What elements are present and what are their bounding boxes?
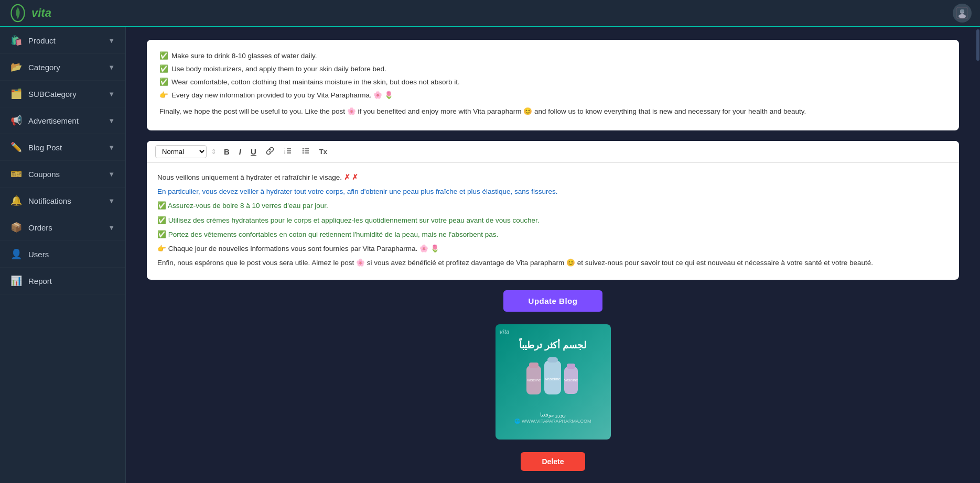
editor-line-1: Nous veillons uniquement à hydrater et r… bbox=[157, 171, 949, 184]
italic-button[interactable]: I bbox=[236, 146, 244, 158]
advertisement-icon: 📢 bbox=[10, 115, 22, 126]
svg-text:3: 3 bbox=[284, 151, 286, 154]
product-logo: vita bbox=[500, 328, 510, 335]
product-footer-ar: زورو موقعنا bbox=[514, 412, 591, 418]
sidebar-item-label: Advertisement bbox=[28, 116, 79, 125]
chevron-down-icon: ▼ bbox=[108, 63, 115, 71]
chevron-down-icon: ▼ bbox=[108, 170, 115, 178]
chevron-down-icon: ▼ bbox=[108, 117, 115, 125]
svg-rect-22 bbox=[547, 357, 558, 363]
sidebar-item-coupons[interactable]: 🎫 Coupons ▼ bbox=[0, 161, 125, 188]
subcategory-icon: 🗂️ bbox=[10, 88, 22, 100]
update-blog-button[interactable]: Update Blog bbox=[503, 290, 603, 312]
sidebar-item-subcategory[interactable]: 🗂️ SUBCategory ▼ bbox=[0, 81, 125, 107]
list-item: ✅ Wear comfortable, cotton clothing that… bbox=[159, 76, 946, 89]
svg-text:Vaseline: Vaseline bbox=[545, 377, 561, 381]
product-image: vita لجسم أكثر ترطيباً Vaseline Vaseline bbox=[496, 324, 611, 440]
list-item: ✅ Use body moisturizers, and apply them … bbox=[159, 63, 946, 75]
list-item: ✅ Make sure to drink 8-10 glasses of wat… bbox=[159, 50, 946, 62]
svg-point-12 bbox=[303, 148, 304, 149]
editor-line-7: Enfin, nous espérons que le post vous se… bbox=[157, 257, 949, 269]
topbar-right bbox=[953, 4, 972, 23]
blog-post-icon: ✏️ bbox=[10, 141, 22, 153]
svg-rect-25 bbox=[567, 364, 575, 369]
underline-button[interactable]: U bbox=[247, 146, 260, 158]
sidebar-item-orders[interactable]: 📦 Orders ▼ bbox=[0, 214, 125, 241]
sidebar-item-label: Category bbox=[28, 63, 60, 72]
scrollbar-thumb[interactable] bbox=[976, 29, 979, 61]
logo-icon bbox=[8, 4, 27, 23]
editor-toolbar: Normal Heading 1 Heading 2 Heading 3 ⇕ B… bbox=[147, 141, 959, 163]
coupons-icon: 🎫 bbox=[10, 168, 22, 180]
svg-text:Vaseline: Vaseline bbox=[527, 378, 541, 382]
sidebar-item-label: SUBCategory bbox=[28, 90, 77, 98]
cross-icon: ✗ ✗ bbox=[344, 173, 359, 181]
svg-rect-19 bbox=[529, 363, 539, 368]
sidebar-item-blog-post[interactable]: ✏️ Blog Post ▼ bbox=[0, 134, 125, 161]
sidebar-item-advertisement[interactable]: 📢 Advertisement ▼ bbox=[0, 107, 125, 134]
top-card-footer: Finally, we hope the post will be useful… bbox=[159, 106, 946, 118]
list-item-text: Make sure to drink 8-10 glasses of water… bbox=[171, 50, 317, 62]
svg-point-14 bbox=[303, 152, 304, 153]
avatar[interactable] bbox=[953, 4, 972, 23]
report-icon: 📊 bbox=[10, 275, 22, 287]
editor-card: Normal Heading 1 Heading 2 Heading 3 ⇕ B… bbox=[147, 141, 959, 280]
list-item-text: Every day new information provided to yo… bbox=[171, 90, 393, 102]
list-item-text: Wear comfortable, cotton clothing that m… bbox=[171, 76, 460, 89]
svg-point-3 bbox=[959, 14, 966, 18]
sidebar-item-label: Blog Post bbox=[28, 143, 62, 152]
sidebar-item-label: Orders bbox=[28, 223, 52, 232]
sidebar-item-category[interactable]: 📂 Category ▼ bbox=[0, 54, 125, 81]
chevron-down-icon: ▼ bbox=[108, 144, 115, 151]
product-title-ar: لجسم أكثر ترطيباً bbox=[514, 339, 591, 351]
svg-point-13 bbox=[303, 150, 304, 151]
style-select[interactable]: Normal Heading 1 Heading 2 Heading 3 bbox=[155, 145, 207, 158]
list-item-text: Use body moisturizers, and apply them to… bbox=[171, 63, 386, 75]
clear-format-button[interactable]: Tx bbox=[316, 146, 330, 157]
sidebar-item-label: Report bbox=[28, 277, 52, 286]
notifications-icon: 🔔 bbox=[10, 195, 22, 206]
product-bottles: Vaseline Vaseline Vaseline bbox=[514, 355, 591, 409]
editor-line-6: 👉 Chaque jour de nouvelles informations … bbox=[157, 243, 949, 255]
logo: vita bbox=[8, 4, 51, 23]
product-url: 🌐 WWW.VITAPARAPHARMA.COM bbox=[514, 419, 591, 424]
editor-line-4: ✅ Utilisez des crèmes hydratantes pour l… bbox=[157, 214, 949, 227]
top-content-card: ✅ Make sure to drink 8-10 glasses of wat… bbox=[147, 40, 959, 130]
sidebar-item-label: Product bbox=[28, 36, 56, 45]
scrollbar[interactable] bbox=[976, 27, 980, 483]
editor-line-5: ✅ Portez des vêtements confortables en c… bbox=[157, 228, 949, 241]
sidebar-item-label: Notifications bbox=[28, 196, 71, 205]
link-button[interactable] bbox=[263, 145, 277, 158]
chevron-down-icon: ▼ bbox=[108, 37, 115, 45]
chevron-down-icon: ▼ bbox=[108, 224, 115, 232]
list-item: 👉 Every day new information provided to … bbox=[159, 90, 946, 102]
sidebar-item-label: Users bbox=[28, 250, 49, 259]
delete-button[interactable]: Delete bbox=[521, 452, 585, 471]
sidebar-item-product[interactable]: 🛍️ Product ▼ bbox=[0, 27, 125, 54]
product-image-wrapper: vita لجسم أكثر ترطيباً Vaseline Vaseline bbox=[147, 324, 959, 440]
sidebar-item-users[interactable]: 👤 Users bbox=[0, 241, 125, 268]
topbar: vita bbox=[0, 0, 980, 27]
main-content: ✅ Make sure to drink 8-10 glasses of wat… bbox=[126, 27, 980, 483]
editor-line-2: En particulier, vous devez veiller à hyd… bbox=[157, 185, 949, 198]
sidebar-item-notifications[interactable]: 🔔 Notifications ▼ bbox=[0, 188, 125, 214]
bold-button[interactable]: B bbox=[221, 146, 233, 158]
logo-text: vita bbox=[31, 6, 51, 20]
users-icon: 👤 bbox=[10, 248, 22, 260]
chevron-down-icon: ▼ bbox=[108, 197, 115, 205]
unordered-list-button[interactable] bbox=[298, 145, 313, 158]
editor-body[interactable]: Nous veillons uniquement à hydrater et r… bbox=[147, 163, 959, 280]
svg-text:Vaseline: Vaseline bbox=[564, 378, 578, 382]
chevron-down-icon: ▼ bbox=[108, 90, 115, 98]
sidebar: 🛍️ Product ▼ 📂 Category ▼ 🗂️ SUBCategory… bbox=[0, 27, 126, 483]
ordered-list-button[interactable]: 1 2 3 bbox=[281, 145, 295, 158]
sidebar-item-report[interactable]: 📊 Report bbox=[0, 268, 125, 294]
svg-rect-4 bbox=[960, 9, 964, 13]
orders-icon: 📦 bbox=[10, 222, 22, 233]
sidebar-item-label: Coupons bbox=[28, 170, 60, 179]
editor-line-3: ✅ Assurez-vous de boire 8 à 10 verres d'… bbox=[157, 200, 949, 212]
product-icon: 🛍️ bbox=[10, 35, 22, 46]
category-icon: 📂 bbox=[10, 61, 22, 73]
